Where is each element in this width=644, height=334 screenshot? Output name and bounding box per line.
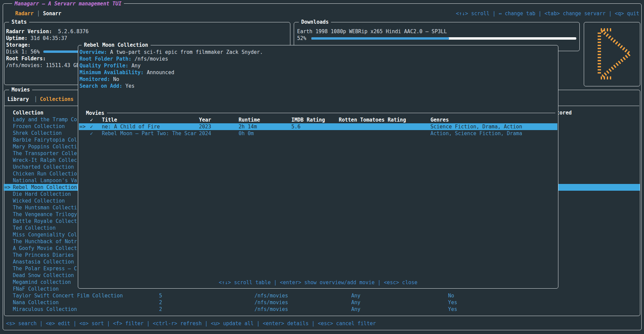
modal-field-value: /nfs/movies	[132, 56, 168, 62]
movie-cell-title: ne: A Child of Fire	[102, 123, 160, 130]
tab-collections[interactable]: Collections	[40, 96, 73, 103]
managarr-tui-screen: Managarr – A Servarr management TUI Rada…	[0, 0, 644, 334]
collection-cell: The Transporter Colle	[13, 150, 77, 157]
collection-cell: 2	[159, 299, 162, 306]
modal-field-value: Any	[129, 63, 141, 69]
movie-cell-marker: =>	[80, 123, 86, 130]
movies-header-genres: Genres	[430, 117, 449, 123]
collection-cell: Any	[351, 299, 360, 306]
radarr-version-row: Radarr Version: 5.2.6.8376	[6, 28, 89, 35]
storage-label: Storage:	[6, 42, 30, 48]
collection-cell: Yes	[448, 299, 457, 306]
collection-cell: FNaF Collection	[13, 286, 59, 292]
modal-movies-separator	[107, 113, 555, 113]
movies-header-imdb: IMDB Rating	[291, 117, 325, 123]
collection-cell: Any	[351, 292, 360, 299]
collection-cell: 5	[159, 292, 162, 299]
movie-cell-year: 2023	[199, 123, 211, 130]
collection-cell: Rebel Moon Collection	[13, 184, 77, 191]
collection-cell: Dead Snow Collection	[13, 272, 74, 279]
collection-cell: The Huntsman Collecti	[13, 204, 77, 211]
movie-cell-runtime: 2h 14m	[239, 123, 257, 130]
collection-cell: The Princess Diaries	[13, 252, 74, 258]
tab-radarr[interactable]: Radarr	[15, 10, 34, 17]
column-header-collection: Collection	[13, 109, 43, 116]
tab-library[interactable]: Library	[7, 96, 29, 103]
movie-cell-genres: Science Fiction, Drama, Action	[430, 123, 522, 130]
collection-cell: Nana Collection	[13, 299, 59, 306]
movies-header-check: ✓	[90, 117, 93, 123]
movie-cell-year: 2024	[199, 130, 211, 137]
modal-field-label: Search on Add:	[80, 83, 122, 89]
download-progress-gauge	[311, 37, 576, 40]
modal-field-value: Yes	[122, 83, 134, 89]
modal-field: Overview: A two-part sci-fi epic from fi…	[80, 49, 263, 56]
collection-cell: Anastasia Collection	[13, 258, 74, 265]
tab-divider: │	[37, 10, 40, 17]
movies-tab-divider: │	[34, 96, 37, 103]
download-progress-gauge-fill	[311, 37, 449, 40]
collection-details-modal: Rebel Moon Collection Overview: A two-pa…	[78, 45, 558, 289]
collection-cell: A Goofy Movie Collect	[13, 245, 77, 252]
movie-cell-runtime: 0h 0m	[239, 130, 254, 137]
movie-cell-check: ✓	[90, 123, 93, 130]
modal-title: Rebel Moon Collection	[82, 42, 151, 48]
modal-keybind-hints: <↑↓> scroll table | <enter> show overvie…	[78, 279, 558, 286]
modal-field-value: No	[110, 76, 119, 82]
collection-cell: Lady and the Tramp Co	[13, 116, 77, 123]
modal-field-value: Announced	[144, 69, 174, 76]
modal-field: Quality Profile: Any	[80, 62, 141, 69]
movies-header-year: Year	[199, 117, 211, 123]
modal-field-label: Root Folder Path:	[80, 56, 132, 62]
app-title: Managarr – A Servarr management TUI	[12, 0, 124, 7]
modal-field-value: A two-part sci-fi epic from filmmaker Za…	[107, 49, 263, 55]
collection-cell: Battle Royale Collect	[13, 218, 77, 225]
collection-cell: Wicked Collection	[13, 197, 65, 204]
collection-cell: Megamind collection	[13, 279, 71, 286]
collection-cell: The Polar Express – C	[13, 265, 77, 272]
collection-cell: No	[448, 292, 454, 299]
collection-cell: Mary Poppins Collecti	[13, 143, 77, 150]
collection-cell: Chicken Run Collectio	[13, 170, 77, 177]
root-folder-value: /nfs/movies: 11511.43 GB	[6, 62, 80, 69]
tab-sonarr[interactable]: Sonarr	[43, 10, 61, 17]
collection-cell: /nfs/movies	[254, 306, 288, 313]
collection-cell: Any	[351, 306, 360, 313]
modal-field-label: Quality Profile:	[80, 63, 129, 69]
collection-cell: Miss Congeniality Col	[13, 231, 77, 238]
modal-field-label: Overview:	[80, 49, 107, 55]
collection-cell: Die Hard Collection	[13, 191, 71, 197]
movies-header-title: Title	[102, 117, 117, 123]
modal-field: Monitored: No	[80, 76, 119, 83]
modal-field: Root Folder Path: /nfs/movies	[80, 56, 168, 62]
downloads-panel-title: Downloads	[299, 19, 331, 25]
movies-header-runtime: Runtime	[239, 117, 260, 123]
collection-cell: Wreck-It Ralph Collec	[13, 157, 77, 164]
download-item-name: Earth 1998 1080p WEBRip x265 Hindi AAC2.…	[297, 28, 447, 35]
movie-cell-check: ✓	[90, 130, 93, 137]
top-keybind-hints: <↑↓> scroll | ↔ change tab | <tab> chang…	[456, 10, 639, 17]
collection-cell: Ted Collection	[13, 225, 55, 231]
modal-field-label: Monitored:	[80, 76, 110, 82]
movies-panel-title: Movies	[9, 86, 32, 93]
collection-cell: Uncharted Collection	[13, 164, 74, 170]
stats-panel-title: Stats	[9, 19, 29, 25]
collection-cell: Frozen Collection	[13, 123, 65, 130]
movie-cell-imdb: 5.6	[291, 123, 301, 130]
collection-cell: National Lampoon's Va	[13, 177, 77, 184]
collection-cell: Taylor Swift Concert Film Collection	[13, 292, 123, 299]
collection-cell: The Hunchback of Notr	[13, 238, 77, 245]
collection-cell: /nfs/movies	[254, 299, 288, 306]
bottom-keybind-hints: <s> search | <e> edit | <o> sort | <f> f…	[6, 320, 376, 327]
collection-cell: The Vengeance Trilogy	[13, 211, 77, 218]
movie-cell-genres: Action, Science Fiction, Drama	[430, 130, 522, 137]
managarr-logo-icon	[591, 27, 634, 81]
uptime-row: Uptime: 31d 04:35:37	[6, 35, 67, 42]
modal-movies-section-title: Movies	[86, 110, 104, 117]
root-folders-label: Root Folders:	[6, 55, 46, 62]
collection-cell: 2	[159, 306, 162, 313]
movie-cell-title: Rebel Moon – Part Two: The Scar	[102, 130, 197, 137]
selection-marker: =>	[4, 184, 10, 191]
modal-field: Search on Add: Yes	[80, 83, 135, 89]
collection-cell: Miraculous Collection	[13, 306, 77, 313]
